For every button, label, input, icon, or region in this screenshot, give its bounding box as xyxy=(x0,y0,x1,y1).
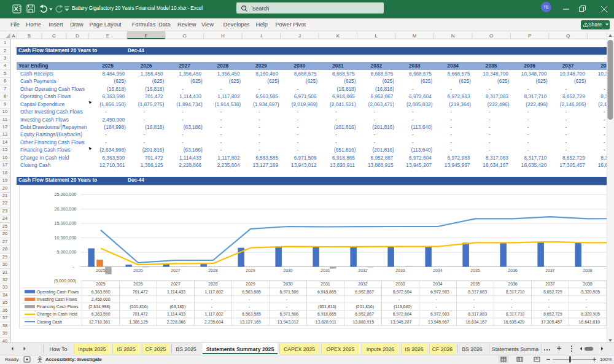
svg-text:13,820,911: 13,820,911 xyxy=(316,320,336,324)
svg-text:1,386,125: 1,386,125 xyxy=(129,320,148,324)
svg-text:13,945,207: 13,945,207 xyxy=(391,320,412,324)
svg-text:(63,186): (63,186) xyxy=(170,304,186,309)
svg-text:-: - xyxy=(249,304,250,309)
svg-text:13,888,915: 13,888,915 xyxy=(353,320,375,324)
svg-text:2034: 2034 xyxy=(433,268,442,273)
svg-text:8,317,710: 8,317,710 xyxy=(506,312,525,316)
svg-text:(201,816): (201,816) xyxy=(130,304,148,309)
svg-text:2030: 2030 xyxy=(283,282,292,286)
svg-text:1,117,802: 1,117,802 xyxy=(204,312,223,316)
svg-text:2032: 2032 xyxy=(358,268,367,273)
svg-text:-: - xyxy=(361,297,362,301)
svg-text:6,972,983: 6,972,983 xyxy=(430,290,449,294)
svg-text:2029: 2029 xyxy=(246,282,255,286)
svg-text:2037: 2037 xyxy=(545,282,554,286)
svg-text:701,472: 701,472 xyxy=(133,312,148,316)
svg-text:1,114,433: 1,114,433 xyxy=(167,312,185,316)
svg-text:-: - xyxy=(211,297,212,301)
svg-text:2025: 2025 xyxy=(96,268,105,273)
svg-text:8,652,729: 8,652,729 xyxy=(543,290,562,294)
svg-text:6,918,865: 6,918,865 xyxy=(317,290,336,294)
svg-text:6,971,506: 6,971,506 xyxy=(280,290,299,294)
svg-text:1,117,802: 1,117,802 xyxy=(204,290,223,294)
svg-text:5,000,000: 5,000,000 xyxy=(57,249,77,255)
svg-text:15,000,000: 15,000,000 xyxy=(55,220,77,226)
svg-text:6,363,590: 6,363,590 xyxy=(91,312,111,316)
svg-text:-: - xyxy=(473,297,475,301)
svg-text:2,450,000: 2,450,000 xyxy=(91,297,111,301)
svg-text:-: - xyxy=(436,297,437,301)
svg-text:6,563,585: 6,563,585 xyxy=(242,312,261,316)
svg-text:2036: 2036 xyxy=(508,268,517,273)
svg-text:2038: 2038 xyxy=(583,268,592,273)
svg-text:2032: 2032 xyxy=(358,282,367,286)
svg-text:6,918,865: 6,918,865 xyxy=(317,312,336,316)
svg-text:1,114,433: 1,114,433 xyxy=(167,290,185,294)
svg-text:6,363,590: 6,363,590 xyxy=(91,290,111,294)
svg-text:6,563,585: 6,563,585 xyxy=(242,290,261,294)
svg-text:2030: 2030 xyxy=(283,268,292,273)
svg-text:-: - xyxy=(436,304,437,309)
svg-text:2035: 2035 xyxy=(470,268,480,273)
svg-text:6,971,506: 6,971,506 xyxy=(280,312,299,316)
svg-text:16,641,810: 16,641,810 xyxy=(579,320,600,324)
svg-text:6,972,983: 6,972,983 xyxy=(430,312,449,316)
svg-text:13,945,967: 13,945,967 xyxy=(428,320,449,324)
svg-text:2026: 2026 xyxy=(133,282,142,286)
svg-text:-: - xyxy=(586,297,587,301)
svg-text:6,972,604: 6,972,604 xyxy=(393,290,412,294)
svg-text:-: - xyxy=(586,304,587,309)
svg-text:-: - xyxy=(174,297,175,301)
svg-text:(5,000,000): (5,000,000) xyxy=(54,278,77,284)
svg-text:2033: 2033 xyxy=(395,282,405,286)
svg-text:-: - xyxy=(286,297,287,301)
svg-text:25,000,000: 25,000,000 xyxy=(55,192,77,197)
svg-text:-: - xyxy=(473,304,475,309)
svg-text:2028: 2028 xyxy=(208,268,217,273)
svg-text:Change In Cash Held: Change In Cash Held xyxy=(37,312,77,317)
svg-text:2026: 2026 xyxy=(133,268,142,273)
svg-text:13,943,012: 13,943,012 xyxy=(278,320,299,324)
svg-text:Operating Cash Flows: Operating Cash Flows xyxy=(37,290,79,295)
svg-text:2029: 2029 xyxy=(246,268,255,273)
svg-text:2038: 2038 xyxy=(583,282,592,286)
svg-text:8,317,083: 8,317,083 xyxy=(468,312,487,316)
svg-text:13,127,169: 13,127,169 xyxy=(239,320,261,324)
svg-text:701,472: 701,472 xyxy=(133,290,148,294)
svg-text:-: - xyxy=(511,297,512,301)
svg-text:2031: 2031 xyxy=(321,268,330,273)
svg-text:12,710,361: 12,710,361 xyxy=(89,320,111,324)
svg-text:2025: 2025 xyxy=(96,282,105,286)
svg-text:Investing Cash Flows: Investing Cash Flows xyxy=(37,297,77,302)
svg-text:16,635,420: 16,635,420 xyxy=(503,320,525,324)
svg-text:-: - xyxy=(398,297,400,301)
svg-text:2037: 2037 xyxy=(545,268,554,273)
svg-text:Financing Cash Flows: Financing Cash Flows xyxy=(37,304,79,309)
svg-text:-: - xyxy=(548,297,550,301)
svg-text:2036: 2036 xyxy=(508,282,517,286)
svg-text:2027: 2027 xyxy=(171,268,180,273)
svg-text:8,320,905: 8,320,905 xyxy=(581,290,600,294)
svg-text:2,235,604: 2,235,604 xyxy=(204,320,223,324)
svg-text:20,000,000: 20,000,000 xyxy=(55,206,77,212)
svg-text:-: - xyxy=(249,297,250,301)
svg-text:-: - xyxy=(211,304,212,309)
svg-text:(2,634,998): (2,634,998) xyxy=(88,304,110,309)
svg-text:6,952,867: 6,952,867 xyxy=(355,290,374,294)
svg-text:-: - xyxy=(136,297,138,301)
svg-text:2,228,866: 2,228,866 xyxy=(167,320,186,324)
svg-text:Closing Cash: Closing Cash xyxy=(37,320,62,325)
svg-text:10,000,000: 10,000,000 xyxy=(55,235,77,241)
svg-text:(201,816): (201,816) xyxy=(356,304,375,309)
svg-text:(113,640): (113,640) xyxy=(394,304,411,309)
svg-text:-: - xyxy=(511,304,512,309)
svg-text:2033: 2033 xyxy=(395,268,405,273)
svg-text:2027: 2027 xyxy=(171,282,180,286)
svg-text:-: - xyxy=(548,304,550,309)
svg-text:(651,816): (651,816) xyxy=(318,304,336,309)
svg-text:8,317,710: 8,317,710 xyxy=(506,290,525,294)
svg-text:2031: 2031 xyxy=(321,282,330,286)
svg-text:8,320,905: 8,320,905 xyxy=(581,312,600,316)
svg-text:6,952,867: 6,952,867 xyxy=(355,312,374,316)
svg-text:8,317,083: 8,317,083 xyxy=(468,290,487,294)
